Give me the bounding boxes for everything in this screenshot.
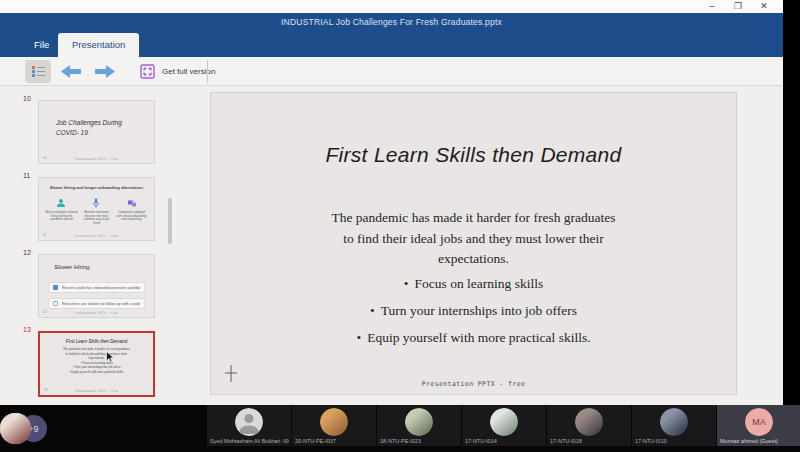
thumbnail-11-caption: Many employers slowed hiring during the … (45, 211, 78, 222)
thumbnail-10-footer: Presentation PPTX - free (39, 157, 154, 161)
content-area: 10 Job Challenges During COVID- 19 10 Pr… (0, 86, 783, 405)
restore-button[interactable]: ❐ (725, 0, 751, 13)
main-slide-canvas: First Learn Skills then Demand The pande… (210, 92, 737, 395)
thumbnail-11-caption: Companies adapted with virtual onboardin… (115, 211, 148, 222)
slide-bullet-list: •Focus on learning skills•Turn your inte… (211, 270, 736, 351)
thumbnail-11-title: Slower hiring and longer onboarding alte… (39, 185, 154, 190)
tab-presentation[interactable]: Presentation (58, 33, 139, 57)
mouse-cursor-icon (106, 349, 115, 367)
screen: – ❐ ✕ INDUSTRIAL Job Challenges For Fres… (0, 0, 800, 452)
participant-name: 18-NTU-PE-I023 (380, 438, 421, 444)
participant-name: Mumtaz ahmed (Guest) (720, 438, 778, 444)
window-controls: – ❐ ✕ (699, 0, 777, 13)
participant-name: 20-NTU-PE-I037 (295, 438, 336, 444)
participant-name: 17-NTU-I018 (550, 438, 582, 444)
participant-tile[interactable]: 17-NTU-I014 (462, 405, 546, 446)
slide-watermark: Presentation PPTX - free (211, 380, 736, 388)
bullet-glyph: • (356, 330, 361, 345)
start-presentation-button[interactable] (136, 60, 158, 83)
slide-paragraph-line: The pandemic has made it harder for fres… (211, 208, 736, 229)
photo-avatar (490, 408, 518, 436)
bullet-glyph: • (404, 276, 409, 291)
thumbnail-number-11: 11 (23, 172, 30, 179)
participant-tiles: Syed Mohtasham Ali Bukhari -I041 20-NTU-… (207, 405, 800, 446)
photo-avatar (660, 408, 688, 436)
slide-thumbnail-10[interactable]: Job Challenges During COVID- 19 10 Prese… (38, 100, 155, 164)
slide-thumbnail-12[interactable]: Slower Hiring Recent covid has slowed bu… (38, 254, 155, 318)
thumbnail-13-title: First Learn Skills then Demand (40, 339, 153, 344)
slide-bullet-item: •Turn your internships into job offers (211, 297, 736, 324)
meeting-participant-strip: +9 Syed Mohtasham Ali Bukhari -I041 20-N… (0, 405, 800, 452)
participant-avatar (490, 408, 518, 436)
participant-name: 17-NTU-I010 (635, 438, 667, 444)
photo-avatar (575, 408, 603, 436)
list-item-icon (53, 301, 58, 306)
thumbnail-11-footer: Presentation PPTX - free (39, 234, 154, 238)
participant-name: 17-NTU-I014 (465, 438, 497, 444)
slide-thumbnail-11[interactable]: Slower hiring and longer onboarding alte… (38, 177, 155, 241)
participant-tile[interactable]: 17-NTU-I010 (632, 405, 716, 446)
slide-paragraph-line: expectations. (211, 249, 736, 270)
thumbnail-13-body: The pandemic has made it harder for fres… (40, 347, 153, 375)
slide-paragraph: The pandemic has made it harder for fres… (211, 208, 736, 270)
arrow-right-icon (95, 65, 115, 78)
thumbnail-13-footer: Presentation PPTX - free (40, 389, 153, 393)
photo-avatar (405, 408, 433, 436)
app-header-bar: INDUSTRIAL Job Challenges For Fresh Grad… (0, 13, 783, 57)
thumbnail-12-row: Recent covid has slowed businesses world… (62, 285, 140, 290)
overlay-avatar-group (0, 405, 200, 452)
participant-tile[interactable]: Syed Mohtasham Ali Bukhari -I041 (207, 405, 291, 446)
participant-avatar (235, 408, 263, 436)
arrow-left-icon (61, 65, 81, 78)
tab-file[interactable]: File (25, 33, 58, 57)
slide-bullet-item: •Equip yourself with more practical skil… (211, 324, 736, 351)
thumbnail-12-footer: Presentation PPTX - free (39, 311, 154, 315)
photo-avatar (320, 408, 348, 436)
thumbnail-number-10: 10 (23, 95, 31, 102)
participant-avatar (660, 408, 688, 436)
microphone-icon (91, 198, 101, 208)
slide-bullet-item: •Focus on learning skills (211, 270, 736, 297)
slide-title: First Learn Skills then Demand (211, 143, 736, 167)
participant-avatar (575, 408, 603, 436)
initials-avatar: MA (745, 408, 773, 436)
participant-avatar: MA (745, 408, 773, 436)
participant-avatar[interactable] (0, 413, 31, 444)
default-avatar-icon (235, 408, 263, 436)
minimize-button[interactable]: – (699, 0, 725, 13)
next-slide-button[interactable] (92, 60, 118, 83)
slide-list-icon (32, 65, 45, 78)
bullet-glyph: • (370, 303, 375, 318)
window-titlebar: – ❐ ✕ (0, 0, 783, 13)
puzzle-icon (127, 198, 137, 208)
document-title: INDUSTRIAL Job Challenges For Fresh Grad… (0, 17, 783, 27)
thumbnail-10-title: Job Challenges During COVID- 19 (56, 118, 122, 137)
participant-avatar (320, 408, 348, 436)
person-icon (56, 198, 66, 208)
participant-name: Syed Mohtasham Ali Bukhari -I041 (210, 438, 289, 444)
slide-panel-toggle-button[interactable] (25, 60, 51, 83)
slide-thumbnail-13-selected[interactable]: First Learn Skills then Demand The pande… (38, 331, 155, 397)
close-button[interactable]: ✕ (751, 0, 777, 13)
slide-paragraph-line: to find their ideal jobs and they must l… (211, 229, 736, 250)
presentation-app-window: – ❐ ✕ INDUSTRIAL Job Challenges For Fres… (0, 0, 783, 405)
thumbnail-13-line: • Equip yourself with more practical ski… (40, 370, 153, 375)
participant-tile[interactable]: 18-NTU-PE-I023 (377, 405, 461, 446)
toolbar: Get full version (0, 57, 783, 86)
thumbnail-11-caption: Remote interviews became the most common… (80, 211, 113, 225)
participant-tile[interactable]: MA Mumtaz ahmed (Guest) (717, 405, 800, 446)
thumbnail-number-12: 12 (23, 249, 31, 256)
toolbar-divider (207, 60, 208, 83)
thumbnail-12-title: Slower Hiring (54, 264, 90, 270)
fullscreen-icon (140, 64, 155, 79)
participant-avatar (405, 408, 433, 436)
thumbnail-scrollbar[interactable] (168, 198, 172, 244)
thumbnail-number-13: 13 (23, 326, 31, 333)
participant-tile[interactable]: 20-NTU-PE-I037 (292, 405, 376, 446)
list-item-icon (53, 285, 58, 290)
participant-tile[interactable]: 17-NTU-I018 (547, 405, 631, 446)
thumbnail-12-row: Recruiters are slower to follow up with … (62, 301, 140, 306)
previous-slide-button[interactable] (58, 60, 84, 83)
